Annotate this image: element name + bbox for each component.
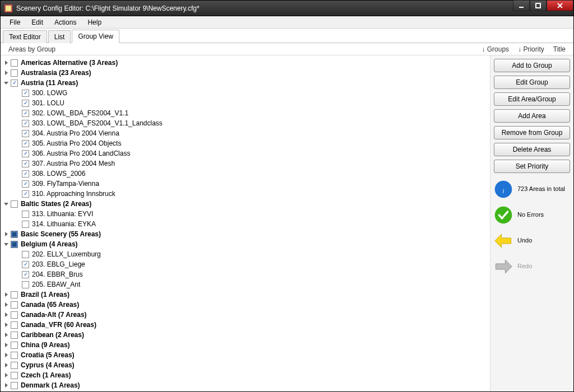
tree-row[interactable]: 300. LOWG bbox=[14, 88, 489, 98]
expand-toggle-icon[interactable] bbox=[4, 332, 10, 338]
expand-toggle-icon[interactable] bbox=[4, 312, 10, 318]
tab-text-editor[interactable]: Text Editor bbox=[3, 30, 47, 43]
expand-toggle-icon[interactable] bbox=[4, 372, 10, 378]
add-to-group-button[interactable]: Add to Group bbox=[494, 59, 570, 72]
tree-row[interactable]: 305. Austria Pro 2004 Objects bbox=[14, 138, 489, 148]
menu-file[interactable]: File bbox=[4, 17, 26, 27]
tree-label[interactable]: Brazil (1 Areas) bbox=[20, 291, 70, 298]
expand-toggle-icon[interactable] bbox=[4, 231, 10, 237]
checkbox[interactable] bbox=[22, 251, 29, 258]
tree-row[interactable]: Canada_VFR (60 Areas) bbox=[3, 320, 489, 330]
checkbox[interactable] bbox=[11, 301, 18, 309]
set-priority-button[interactable]: Set Priority bbox=[494, 160, 570, 173]
tree-label[interactable]: 307. Austria Pro 2004 Mesh bbox=[31, 160, 115, 167]
tree-row[interactable]: 301. LOLU bbox=[14, 98, 489, 108]
tree-label[interactable]: Czech (1 Areas) bbox=[20, 371, 71, 379]
tree-row[interactable]: 304. Austria Pro 2004 Vienna bbox=[14, 128, 489, 138]
close-button[interactable] bbox=[547, 0, 573, 11]
tree-label[interactable]: 302. LOWL_BDA_FS2004_V1.1 bbox=[31, 109, 128, 117]
col-groups[interactable]: ↓ Groups bbox=[477, 45, 513, 53]
minimize-button[interactable] bbox=[513, 0, 530, 11]
add-area-button[interactable]: Add Area bbox=[494, 109, 570, 123]
tree-row[interactable]: 307. Austria Pro 2004 Mesh bbox=[14, 158, 489, 169]
expand-toggle-icon[interactable] bbox=[4, 60, 10, 66]
tree-row[interactable]: Australasia (23 Areas) bbox=[3, 68, 489, 78]
checkbox[interactable] bbox=[22, 140, 29, 147]
checkbox[interactable] bbox=[11, 231, 18, 238]
checkbox[interactable] bbox=[11, 362, 18, 369]
checkbox[interactable] bbox=[11, 241, 18, 248]
tree-label[interactable]: 205. EBAW_Ant bbox=[31, 281, 80, 288]
menu-edit[interactable]: Edit bbox=[26, 17, 49, 27]
tree-label[interactable]: Cyprus (4 Areas) bbox=[20, 361, 75, 369]
checkbox[interactable] bbox=[22, 90, 29, 97]
checkbox[interactable] bbox=[22, 170, 29, 178]
tree-label[interactable]: Americas Alternative (3 Areas) bbox=[20, 59, 118, 67]
checkbox[interactable] bbox=[11, 372, 18, 379]
tree-label[interactable]: 204. EBBR_Brus bbox=[31, 270, 83, 278]
tree-row[interactable]: Cyprus (4 Areas) bbox=[3, 360, 489, 370]
tree-row[interactable]: 310. Approaching Innsbruck bbox=[14, 189, 489, 199]
delete-areas-button[interactable]: Delete Areas bbox=[494, 143, 570, 156]
tree-label[interactable]: 306. Austria Pro 2004 LandClass bbox=[31, 150, 130, 157]
menu-actions[interactable]: Actions bbox=[49, 17, 82, 27]
checkbox[interactable] bbox=[11, 69, 18, 77]
tree-label[interactable]: Australasia (23 Areas) bbox=[20, 69, 91, 77]
tree-label[interactable]: 303. LOWL_BDA_FS2004_V1.1_Landclass bbox=[31, 119, 163, 127]
tree-view[interactable]: Americas Alternative (3 Areas)Australasi… bbox=[1, 55, 490, 391]
tree-row[interactable]: Canada (65 Areas) bbox=[3, 300, 489, 310]
tab-group-view[interactable]: Group View bbox=[72, 30, 119, 43]
tree-row[interactable]: 302. LOWL_BDA_FS2004_V1.1 bbox=[14, 108, 489, 118]
tree-row[interactable]: Austria (11 Areas) bbox=[3, 78, 489, 88]
checkbox[interactable] bbox=[22, 271, 29, 278]
expand-toggle-icon[interactable] bbox=[4, 362, 10, 368]
expand-toggle-icon[interactable] bbox=[4, 342, 10, 348]
tree-row[interactable]: Basic Scenery (55 Areas) bbox=[3, 229, 489, 239]
tree-label[interactable]: China (9 Areas) bbox=[20, 341, 70, 349]
checkbox[interactable] bbox=[22, 211, 29, 218]
tree-row[interactable]: 313. Lithuania: EYVI bbox=[14, 209, 489, 219]
tree-row[interactable]: Belgium (4 Areas) bbox=[3, 239, 489, 249]
expand-toggle-icon[interactable] bbox=[4, 241, 10, 247]
expand-toggle-icon[interactable] bbox=[4, 70, 10, 76]
checkbox[interactable] bbox=[11, 332, 18, 339]
tree-row[interactable]: 202. ELLX_Luxemburg bbox=[14, 249, 489, 259]
tree-row[interactable]: 314. Lithuania: EYKA bbox=[14, 219, 489, 229]
checkbox[interactable] bbox=[22, 120, 29, 127]
edit-group-button[interactable]: Edit Group bbox=[494, 76, 570, 89]
edit-area-group-button[interactable]: Edit Area/Group bbox=[494, 92, 570, 106]
checkbox[interactable] bbox=[11, 321, 18, 329]
checkbox[interactable] bbox=[11, 200, 18, 208]
checkbox[interactable] bbox=[11, 382, 18, 389]
tree-label[interactable]: 310. Approaching Innsbruck bbox=[31, 190, 115, 198]
tree-row[interactable]: 303. LOWL_BDA_FS2004_V1.1_Landclass bbox=[14, 118, 489, 128]
tree-label[interactable]: 300. LOWG bbox=[31, 89, 67, 97]
tree-label[interactable]: 314. Lithuania: EYKA bbox=[31, 220, 96, 228]
checkbox[interactable] bbox=[22, 190, 29, 198]
tree-label[interactable]: Caribbean (2 Areas) bbox=[20, 331, 84, 339]
checkbox[interactable] bbox=[11, 80, 18, 87]
checkbox[interactable] bbox=[22, 261, 29, 268]
tree-row[interactable]: 204. EBBR_Brus bbox=[14, 269, 489, 279]
checkbox[interactable] bbox=[11, 352, 18, 359]
checkbox[interactable] bbox=[22, 130, 29, 137]
tree-label[interactable]: Belgium (4 Areas) bbox=[20, 240, 78, 248]
menu-help[interactable]: Help bbox=[82, 17, 107, 27]
tree-row[interactable]: Croatia (5 Areas) bbox=[3, 350, 489, 360]
checkbox[interactable] bbox=[11, 59, 18, 67]
tree-row[interactable]: Denmark (1 Areas) bbox=[3, 380, 489, 390]
tree-label[interactable]: Canada (65 Areas) bbox=[20, 301, 79, 309]
tree-label[interactable]: 305. Austria Pro 2004 Objects bbox=[31, 139, 121, 147]
tree-row[interactable]: China (9 Areas) bbox=[3, 340, 489, 350]
tree-label[interactable]: 301. LOLU bbox=[31, 99, 64, 107]
col-title[interactable]: Title bbox=[549, 45, 570, 53]
maximize-button[interactable] bbox=[530, 0, 547, 11]
tree-row[interactable]: 205. EBAW_Ant bbox=[14, 279, 489, 290]
col-areas-by-group[interactable]: Areas by Group bbox=[4, 45, 477, 53]
checkbox[interactable] bbox=[22, 160, 29, 167]
tree-label[interactable]: Denmark (1 Areas) bbox=[20, 381, 80, 389]
tree-row[interactable]: 308. LOWS_2006 bbox=[14, 169, 489, 179]
tree-label[interactable]: 308. LOWS_2006 bbox=[31, 170, 85, 178]
tree-label[interactable]: Austria (11 Areas) bbox=[20, 79, 78, 87]
tree-label[interactable]: Croatia (5 Areas) bbox=[20, 351, 75, 359]
